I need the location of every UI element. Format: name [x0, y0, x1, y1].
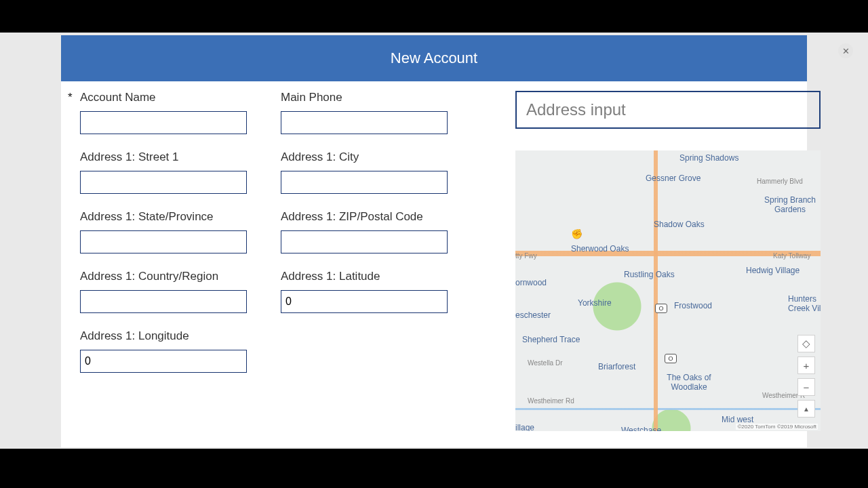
- minus-icon: −: [804, 382, 810, 393]
- modal-title: New Account: [391, 49, 477, 67]
- field-main-phone: Main Phone: [281, 91, 448, 134]
- place-veschester: eschester: [515, 310, 551, 320]
- label-account-name: Account Name: [80, 91, 247, 104]
- road-westheimer: Westheimer Rd: [528, 397, 574, 405]
- form-column-2: Main Phone Address 1: City Address 1: ZI…: [281, 91, 448, 431]
- map-canvas[interactable]: ✊ Spring Shadows Gessner Grove Spring Br…: [515, 150, 821, 431]
- input-zip[interactable]: [281, 230, 448, 253]
- field-street1: Address 1: Street 1: [80, 150, 247, 194]
- label-state: Address 1: State/Province: [80, 210, 247, 224]
- place-yorkshire: Yorkshire: [578, 298, 612, 308]
- label-main-phone: Main Phone: [281, 91, 448, 104]
- label-street1: Address 1: Street 1: [80, 150, 247, 164]
- place-briarforest: Briarforest: [598, 362, 635, 371]
- close-icon: ✕: [842, 47, 850, 56]
- field-state: Address 1: State/Province: [80, 210, 247, 253]
- input-latitude[interactable]: [281, 290, 448, 313]
- place-spring-shadows: Spring Shadows: [679, 153, 738, 163]
- place-westchase: Westchase: [621, 426, 661, 431]
- place-oaks-woodlake: The Oaks of Woodlake: [662, 373, 716, 392]
- place-shepherd-trace: Shepherd Trace: [522, 335, 580, 344]
- locate-icon: ◇: [802, 338, 810, 350]
- place-rustling-oaks: Rustling Oaks: [624, 270, 675, 279]
- field-account-name: * Account Name: [80, 91, 247, 134]
- road-katy-tollway: Katy Tollway: [773, 252, 810, 260]
- place-frostwood: Frostwood: [674, 301, 712, 310]
- place-gessner-grove: Gessner Grove: [646, 174, 701, 183]
- map-column: Address input ✊ Spring Shadows Gessner G…: [481, 91, 821, 431]
- field-longitude: Address 1: Longitude: [80, 329, 247, 373]
- label-city: Address 1: City: [281, 150, 448, 164]
- field-zip: Address 1: ZIP/Postal Code: [281, 210, 448, 253]
- place-ornwood: ornwood: [515, 278, 547, 287]
- address-search-input[interactable]: Address input: [515, 91, 821, 129]
- plus-icon: +: [804, 360, 810, 371]
- letterbox-top: [0, 0, 868, 33]
- map-zoom-out-button[interactable]: −: [797, 378, 815, 396]
- input-main-phone[interactable]: [281, 111, 448, 134]
- field-latitude: Address 1: Latitude: [281, 270, 448, 313]
- form-column-1: * Account Name Address 1: Street 1 Addre…: [80, 91, 247, 431]
- new-account-modal: New Account * Account Name Address 1: St…: [61, 35, 807, 447]
- triangle-icon: ▲: [803, 405, 810, 413]
- field-city: Address 1: City: [281, 150, 448, 194]
- modal-header: New Account: [61, 35, 807, 81]
- label-longitude: Address 1: Longitude: [80, 329, 247, 343]
- map-attribution: ©2020 TomTom ©2019 Microsoft: [736, 424, 818, 430]
- modal-body: * Account Name Address 1: Street 1 Addre…: [61, 81, 807, 447]
- place-hedwig-village: Hedwig Village: [746, 266, 800, 275]
- map-tilt-button[interactable]: ▲: [797, 400, 815, 418]
- road-westella: Westella Dr: [528, 359, 563, 367]
- input-city[interactable]: [281, 171, 448, 194]
- road-tty-fwy: tty Fwy: [515, 252, 537, 260]
- input-account-name[interactable]: [80, 111, 247, 134]
- label-latitude: Address 1: Latitude: [281, 270, 448, 283]
- address-search-placeholder: Address input: [526, 100, 626, 119]
- letterbox-bottom: [0, 449, 868, 488]
- map-zoom-in-button[interactable]: +: [797, 357, 815, 374]
- map-locate-button[interactable]: ◇: [797, 335, 815, 352]
- place-spring-branch: Spring Branch Gardens: [760, 195, 821, 214]
- road-hammerly: Hammerly Blvd: [757, 178, 803, 185]
- highway-shield-2: O: [665, 354, 677, 363]
- close-button[interactable]: ✕: [838, 43, 853, 58]
- highway-shield-1: O: [655, 304, 667, 313]
- label-country: Address 1: Country/Region: [80, 270, 247, 283]
- input-country[interactable]: [80, 290, 247, 313]
- label-zip: Address 1: ZIP/Postal Code: [281, 210, 448, 224]
- input-state[interactable]: [80, 230, 247, 253]
- place-village: illage: [515, 423, 534, 431]
- grab-cursor-icon: ✊: [571, 228, 583, 239]
- required-indicator: *: [68, 91, 73, 104]
- place-sherwood-oaks: Sherwood Oaks: [571, 244, 629, 253]
- place-shadow-oaks: Shadow Oaks: [654, 220, 705, 229]
- input-longitude[interactable]: [80, 350, 247, 373]
- place-hunters-creek: Hunters Creek Villa: [788, 294, 821, 313]
- place-mid-west: Mid west: [722, 415, 753, 424]
- field-country: Address 1: Country/Region: [80, 270, 247, 313]
- input-street1[interactable]: [80, 171, 247, 194]
